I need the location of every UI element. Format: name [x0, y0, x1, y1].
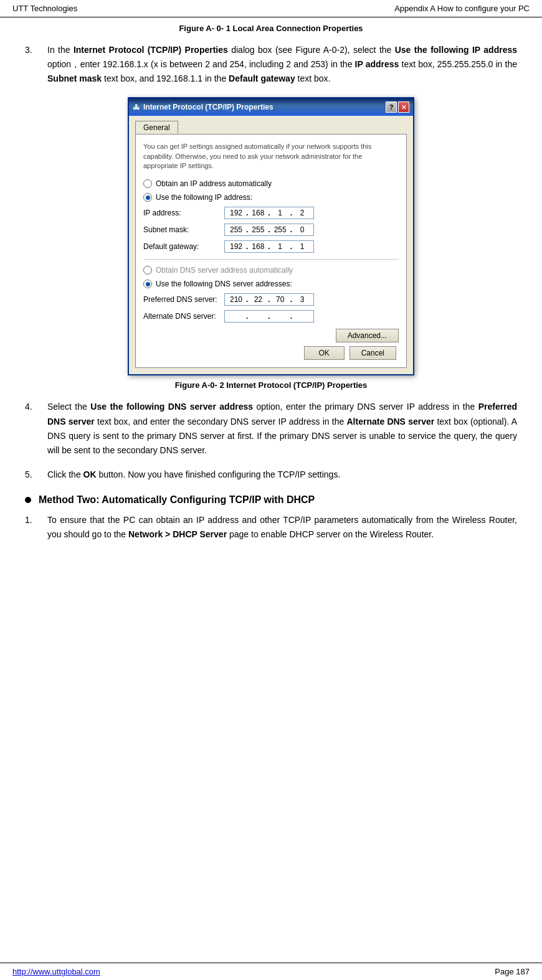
step-4-text: Select the Use the following DNS server … [47, 400, 517, 457]
step-5-text: Click the OK button. Now you have finish… [47, 468, 517, 482]
gateway-part-1[interactable] [227, 242, 245, 251]
header-left: UTT Technologies [12, 4, 77, 13]
help-button[interactable]: ? [386, 101, 397, 113]
ip-address-row: IP address: . . . [143, 207, 399, 219]
preferred-dns-part-1[interactable] [227, 295, 245, 304]
preferred-dns-part-3[interactable] [272, 295, 289, 304]
step-1-method2-text: To ensure that the PC can obtain an IP a… [47, 513, 517, 542]
ok-cancel-row: OK Cancel [143, 346, 399, 360]
alternate-dns-part-4[interactable] [293, 312, 311, 321]
header-right: Appendix A How to configure your PC [394, 4, 530, 13]
page-number: Page 187 [495, 967, 530, 976]
bullet-dot [25, 497, 31, 503]
ip-part-2[interactable] [249, 209, 267, 217]
gateway-part-2[interactable] [249, 242, 267, 251]
alternate-dns-field[interactable]: . . . [224, 310, 314, 323]
alternate-dns-label: Alternate DNS server: [143, 312, 224, 321]
step-5: 5. Click the OK button. Now you have fin… [25, 468, 517, 482]
subnet-part-4[interactable] [293, 225, 311, 234]
gateway-part-3[interactable] [272, 242, 289, 251]
radio-manual-dns-btn[interactable] [143, 280, 152, 288]
radio-auto-dns[interactable]: Obtain DNS server address automatically [143, 266, 399, 275]
dialog-screenshot-container: 🖧 Internet Protocol (TCP/IP) Properties … [25, 97, 517, 375]
step-1-method2-num: 1. [25, 513, 47, 542]
close-button[interactable]: ✕ [398, 101, 409, 113]
ip-part-4[interactable] [293, 209, 311, 217]
method-two-heading: Method Two: Automatically Configuring TC… [25, 494, 517, 506]
dialog-title-group: 🖧 Internet Protocol (TCP/IP) Properties [133, 103, 273, 111]
figure-top-caption: Figure A- 0- 1 Local Area Connection Pro… [25, 24, 517, 33]
step-5-num: 5. [25, 468, 47, 482]
footer-link[interactable]: http://www.uttglobal.com [12, 967, 100, 976]
dialog-titlebar: 🖧 Internet Protocol (TCP/IP) Properties … [129, 98, 413, 116]
gateway-row: Default gateway: . . . [143, 240, 399, 253]
preferred-dns-label: Preferred DNS server: [143, 295, 224, 304]
subnet-field[interactable]: . . . [224, 224, 314, 236]
info-text: You can get IP settings assigned automat… [143, 142, 399, 171]
dialog-body: General You can get IP settings assigned… [129, 116, 413, 374]
subnet-part-1[interactable] [227, 225, 245, 234]
step-4: 4. Select the Use the following DNS serv… [25, 400, 517, 457]
cancel-button[interactable]: Cancel [349, 346, 396, 360]
ok-button[interactable]: OK [304, 346, 345, 360]
page-footer: http://www.uttglobal.com Page 187 [0, 963, 542, 980]
radio-auto-ip-label: Obtain an IP address automatically [156, 179, 272, 188]
radio-auto-dns-btn[interactable] [143, 266, 152, 275]
gateway-field[interactable]: . . . [224, 240, 314, 253]
ip-address-label: IP address: [143, 209, 224, 217]
preferred-dns-part-2[interactable] [249, 295, 267, 304]
radio-manual-dns[interactable]: Use the following DNS server addresses: [143, 280, 399, 288]
step-4-num: 4. [25, 400, 47, 457]
gateway-part-4[interactable] [293, 242, 311, 251]
dialog-window: 🖧 Internet Protocol (TCP/IP) Properties … [128, 97, 414, 375]
step-3: 3. In the Internet Protocol (TCP/IP) Pro… [25, 43, 517, 86]
alternate-dns-row: Alternate DNS server: . . . [143, 310, 399, 323]
radio-manual-ip-btn[interactable] [143, 193, 152, 202]
dialog-title-icon: 🖧 [133, 103, 140, 111]
radio-manual-ip-label: Use the following IP address: [156, 193, 252, 202]
figure-bottom-caption: Figure A-0- 2 Internet Protocol (TCP/IP)… [25, 380, 517, 390]
radio-auto-dns-label: Obtain DNS server address automatically [156, 266, 293, 275]
subnet-label: Subnet mask: [143, 225, 224, 234]
subnet-part-3[interactable] [272, 225, 289, 234]
radio-manual-ip[interactable]: Use the following IP address: [143, 193, 399, 202]
ip-address-field[interactable]: . . . [224, 207, 314, 219]
step-3-num: 3. [25, 43, 47, 86]
radio-auto-ip[interactable]: Obtain an IP address automatically [143, 179, 399, 188]
step-3-text: In the Internet Protocol (TCP/IP) Proper… [47, 43, 517, 86]
dialog-window-controls: ? ✕ [386, 101, 409, 113]
tab-general[interactable]: General [135, 121, 178, 134]
preferred-dns-field[interactable]: . . . [224, 293, 314, 306]
step-1-method2: 1. To ensure that the PC can obtain an I… [25, 513, 517, 542]
alternate-dns-part-2[interactable] [249, 312, 267, 321]
dialog-title-label: Internet Protocol (TCP/IP) Properties [143, 103, 273, 111]
dialog-panel: You can get IP settings assigned automat… [135, 134, 407, 368]
preferred-dns-row: Preferred DNS server: . . . [143, 293, 399, 306]
subnet-part-2[interactable] [249, 225, 267, 234]
alternate-dns-part-3[interactable] [272, 312, 289, 321]
tab-bar: General [135, 121, 407, 134]
preferred-dns-part-4[interactable] [293, 295, 311, 304]
advanced-button[interactable]: Advanced... [336, 329, 399, 342]
radio-auto-ip-btn[interactable] [143, 179, 152, 188]
ip-part-1[interactable] [227, 209, 245, 217]
ip-part-3[interactable] [272, 209, 289, 217]
radio-manual-dns-label: Use the following DNS server addresses: [156, 280, 292, 288]
alternate-dns-part-1[interactable] [227, 312, 245, 321]
subnet-mask-row: Subnet mask: . . . [143, 224, 399, 236]
method-two-section: Method Two: Automatically Configuring TC… [25, 494, 517, 506]
gateway-label: Default gateway: [143, 242, 224, 251]
method-two-label: Method Two: Automatically Configuring TC… [39, 494, 315, 506]
